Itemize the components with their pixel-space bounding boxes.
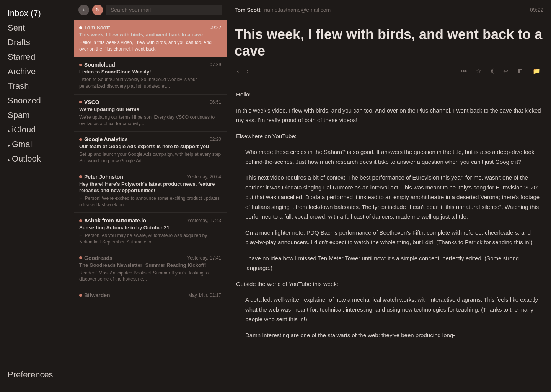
- sidebar-item-drafts[interactable]: Drafts: [0, 35, 74, 50]
- email-list-item[interactable]: GoodreadsYesterday, 17:41The Goodreads N…: [74, 250, 227, 287]
- email-header-row: BitwardenMay 14th, 01:17: [79, 292, 221, 298]
- sidebar-item-trash[interactable]: Trash: [0, 79, 74, 93]
- email-paragraph: I have no idea how I missed Ten Meter To…: [245, 253, 542, 273]
- email-list: Tom Scott09:22This week, I flew with bir…: [74, 20, 227, 392]
- email-sender: Goodreads: [84, 255, 112, 261]
- sidebar-item-snoozed[interactable]: Snoozed: [0, 93, 74, 108]
- sender-info: Soundcloud: [79, 62, 115, 68]
- email-sender: Tom Scott: [84, 24, 110, 31]
- email-time: 06:51: [210, 100, 221, 105]
- email-sender: VSCO: [84, 99, 99, 105]
- email-time: Yesterday, 17:43: [187, 218, 221, 223]
- email-paragraph: In this week's video, I flew with birds,…: [236, 106, 542, 125]
- email-header-row: VSCO06:51: [79, 99, 221, 105]
- email-preview: We're updating our terms Hi person, Ever…: [79, 114, 221, 127]
- archive-button[interactable]: 📁: [530, 65, 543, 77]
- search-bar: + ↻: [74, 0, 227, 20]
- sidebar-item-gmail[interactable]: Gmail: [0, 137, 74, 152]
- email-time: May 14th, 01:17: [188, 292, 221, 298]
- email-detail: Tom Scott name.lastname@email.com 09:22 …: [227, 0, 551, 392]
- email-sender: Soundcloud: [84, 62, 115, 68]
- sidebar-items: Inbox (7)SentDraftsStarredArchiveTrashSn…: [0, 6, 74, 166]
- sidebar-item-icloud[interactable]: iCloud: [0, 122, 74, 137]
- sender-info: Peter Johnston: [79, 174, 123, 180]
- sidebar: Inbox (7)SentDraftsStarredArchiveTrashSn…: [0, 0, 74, 392]
- refresh-button[interactable]: ↻: [92, 5, 103, 15]
- email-list-item[interactable]: Soundcloud07:39Listen to SoundCloud Week…: [74, 57, 227, 94]
- email-list-item[interactable]: Tom Scott09:22This week, I flew with bir…: [74, 20, 227, 57]
- preferences-item[interactable]: Preferences: [8, 370, 66, 380]
- email-sender: Ashok from Automate.io: [84, 217, 146, 224]
- email-header-row: Ashok from Automate.ioYesterday, 17:43: [79, 217, 221, 224]
- email-paragraph: On a much lighter note, PDQ Bach's perfo…: [245, 228, 542, 247]
- email-list-item[interactable]: Ashok from Automate.ioYesterday, 17:43Su…: [74, 213, 227, 250]
- unread-dot: [79, 64, 82, 66]
- email-paragraph: Outside the world of YouTube this week:: [236, 279, 542, 289]
- sender-info: VSCO: [79, 99, 99, 105]
- sender-info: Tom Scott: [79, 24, 110, 31]
- sender-info: Ashok from Automate.io: [79, 217, 146, 224]
- sidebar-item-sent[interactable]: Sent: [0, 21, 74, 35]
- prev-email-button[interactable]: ‹: [235, 66, 241, 76]
- sender-info: Goodreads: [79, 255, 112, 261]
- sidebar-item-archive[interactable]: Archive: [0, 64, 74, 79]
- sidebar-item-starred[interactable]: Starred: [0, 50, 74, 64]
- unread-dot: [79, 294, 82, 297]
- email-list-item[interactable]: Peter JohnstonYesterday, 20:04Hey there!…: [74, 169, 227, 213]
- email-subject: We're updating our terms: [79, 106, 221, 113]
- email-sender: Google Analytics: [84, 136, 128, 142]
- unread-dot: [79, 219, 82, 222]
- email-subject: This week, I flew with birds, and went b…: [79, 32, 221, 38]
- delete-button[interactable]: 🗑: [514, 65, 527, 77]
- sender-name-detail: Tom Scott: [235, 7, 260, 13]
- sidebar-item-inbox[interactable]: Inbox (7): [0, 6, 74, 21]
- email-subject: Hey there! Here's Polywork's latest prod…: [79, 181, 221, 194]
- sidebar-item-spam[interactable]: Spam: [0, 108, 74, 122]
- email-header-row: Soundcloud07:39: [79, 62, 221, 68]
- email-subject-title: This week, I flew with birds, and went b…: [235, 26, 543, 59]
- reply-all-button[interactable]: ⟪: [487, 65, 497, 77]
- email-subject: Listen to SoundCloud Weekly!: [79, 69, 221, 75]
- reply-button[interactable]: ↩: [500, 65, 511, 77]
- unread-dot: [79, 175, 82, 178]
- email-preview: Set up and launch your Google Ads campai…: [79, 151, 221, 164]
- compose-button[interactable]: +: [78, 5, 89, 15]
- email-list-item[interactable]: BitwardenMay 14th, 01:17: [74, 287, 227, 304]
- more-options-button[interactable]: •••: [457, 65, 470, 77]
- unread-dot: [79, 101, 82, 103]
- email-body: Hello!In this week's video, I flew with …: [227, 80, 551, 392]
- email-header-row: Peter JohnstonYesterday, 20:04: [79, 174, 221, 180]
- unread-dot: [79, 138, 82, 141]
- email-list-item[interactable]: VSCO06:51We're updating our termsWe're u…: [74, 95, 227, 132]
- sender-email-detail: name.lastname@email.com: [264, 7, 331, 13]
- email-time: 09:22: [210, 25, 221, 30]
- sidebar-bottom: Preferences: [0, 364, 74, 386]
- next-email-button[interactable]: ›: [244, 66, 251, 76]
- sender-info: Bitwarden: [79, 292, 110, 298]
- email-paragraph: Elsewhere on YouTube:: [236, 131, 542, 141]
- sender-detail: Tom Scott name.lastname@email.com: [235, 7, 331, 13]
- email-preview: Listen to SoundCloud Weekly SoundCloud W…: [79, 77, 221, 90]
- email-greeting: Hello!: [236, 90, 542, 100]
- email-subject-bar: This week, I flew with birds, and went b…: [227, 20, 551, 62]
- star-button[interactable]: ☆: [473, 65, 484, 77]
- email-paragraph: A detailed, well-written explainer of ho…: [245, 295, 542, 324]
- email-toolbar: ‹ › ••• ☆ ⟪ ↩ 🗑 📁: [227, 62, 551, 80]
- unread-dot: [79, 26, 82, 29]
- search-input[interactable]: [106, 5, 222, 15]
- email-sender: Peter Johnston: [84, 174, 123, 180]
- sidebar-item-outlook[interactable]: Outlook: [0, 152, 74, 166]
- email-preview: Hi Person, As you may be aware, Automate…: [79, 232, 221, 245]
- sender-info: Google Analytics: [79, 136, 128, 142]
- email-detail-header: Tom Scott name.lastname@email.com 09:22: [227, 0, 551, 20]
- email-subject: The Goodreads Newsletter: Summer Reading…: [79, 262, 221, 269]
- email-paragraph: This next video requires a bit of contex…: [245, 173, 542, 222]
- email-header-row: Tom Scott09:22: [79, 24, 221, 31]
- email-header-row: Google Analytics02:20: [79, 136, 221, 142]
- email-time: Yesterday, 17:41: [187, 255, 221, 261]
- email-paragraph: Damn Interesting are one of the stalwart…: [245, 330, 542, 340]
- email-list-item[interactable]: Google Analytics02:20Our team of Google …: [74, 132, 227, 169]
- email-sender: Bitwarden: [84, 292, 110, 298]
- email-time: Yesterday, 20:04: [187, 174, 221, 180]
- email-list-panel: + ↻ Tom Scott09:22This week, I flew with…: [74, 0, 227, 392]
